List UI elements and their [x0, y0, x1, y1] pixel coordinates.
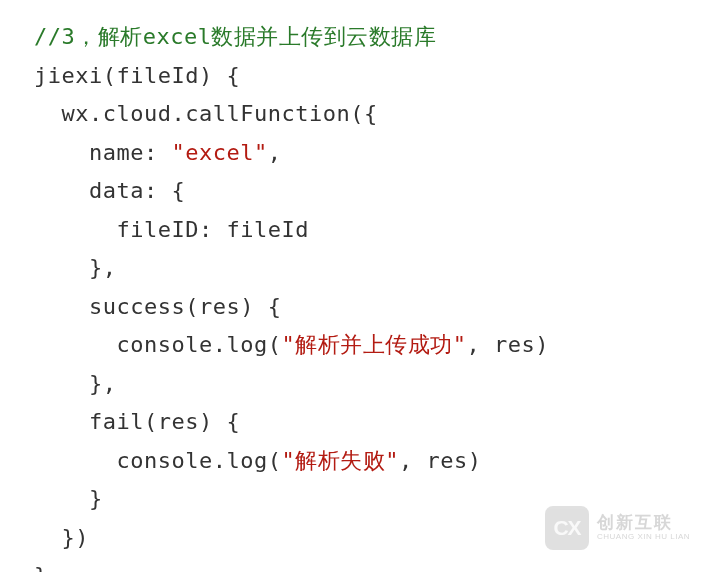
code-text: },	[34, 371, 116, 396]
watermark-badge-icon: CX	[545, 506, 589, 550]
code-comment: //3，解析excel数据并上传到云数据库	[34, 24, 436, 49]
code-text: wx.cloud.callFunction({	[34, 101, 378, 126]
code-text: data: {	[34, 178, 185, 203]
code-text: , res)	[399, 448, 481, 473]
code-block: //3，解析excel数据并上传到云数据库 jiexi(fileId) { wx…	[0, 0, 702, 572]
code-string: "解析并上传成功"	[281, 332, 466, 357]
code-string: "解析失败"	[281, 448, 399, 473]
code-text: fail(res) {	[34, 409, 240, 434]
code-text: success(res) {	[34, 294, 281, 319]
watermark-text: 创新互联 CHUANG XIN HU LIAN	[597, 514, 690, 541]
code-text: fileID: fileId	[34, 217, 309, 242]
watermark-cn: 创新互联	[597, 514, 690, 532]
code-text: name:	[34, 140, 171, 165]
code-text: ,	[268, 140, 282, 165]
code-text: console.log(	[34, 332, 281, 357]
code-string: "excel"	[171, 140, 267, 165]
watermark-en: CHUANG XIN HU LIAN	[597, 533, 690, 541]
code-text: }	[34, 486, 103, 511]
code-text: },	[34, 255, 116, 280]
code-text: }	[34, 563, 48, 572]
code-text: })	[34, 525, 89, 550]
code-text: , res)	[466, 332, 548, 357]
code-text: jiexi(fileId) {	[34, 63, 240, 88]
code-text: console.log(	[34, 448, 281, 473]
watermark: CX 创新互联 CHUANG XIN HU LIAN	[545, 506, 690, 550]
